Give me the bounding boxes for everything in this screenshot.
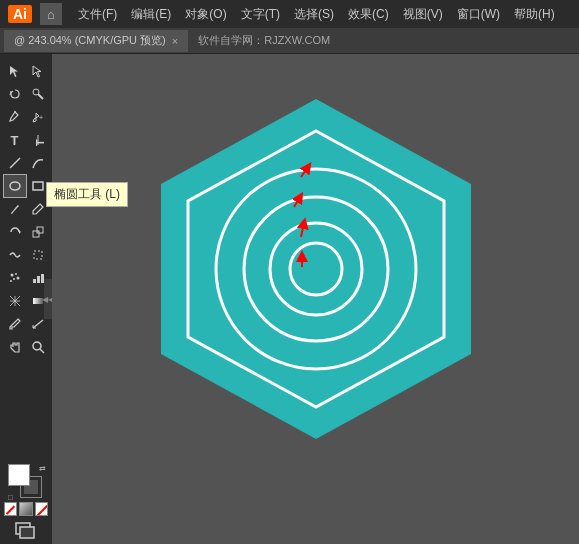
svg-rect-14 (34, 251, 42, 259)
default-colors-icon[interactable]: □ (8, 493, 13, 502)
svg-point-8 (10, 182, 20, 190)
menu-window[interactable]: 窗口(W) (451, 4, 506, 25)
toolbar: ◀◀ + (0, 54, 52, 544)
pencil-tool[interactable] (27, 198, 49, 220)
color-area: ⇄ □ (0, 460, 52, 542)
svg-point-27 (33, 342, 41, 350)
menu-edit[interactable]: 编辑(E) (125, 4, 177, 25)
svg-point-2 (33, 89, 39, 95)
svg-point-15 (10, 274, 13, 277)
gradient-swatch[interactable] (19, 502, 32, 516)
svg-rect-31 (20, 527, 34, 538)
gradient-tool[interactable] (27, 290, 49, 312)
tab-label: @ 243.04% (CMYK/GPU 预览) (14, 33, 166, 48)
stroke-fill-selector[interactable]: ⇄ □ (8, 464, 44, 500)
rectangle-tool[interactable] (27, 175, 49, 197)
pen-tool[interactable] (4, 106, 26, 128)
svg-point-16 (15, 273, 17, 275)
warp-tool[interactable] (4, 244, 26, 266)
svg-line-10 (40, 204, 43, 207)
magic-wand-tool[interactable] (27, 83, 49, 105)
artwork (126, 79, 506, 519)
menu-view[interactable]: 视图(V) (397, 4, 449, 25)
paintbrush-tool[interactable] (4, 198, 26, 220)
active-tab[interactable]: @ 243.04% (CMYK/GPU 预览) × (4, 30, 188, 52)
column-graph-tool[interactable] (27, 267, 49, 289)
none-color-icon[interactable] (4, 502, 17, 516)
svg-rect-21 (37, 276, 40, 283)
type-tool[interactable]: T (4, 129, 26, 151)
eyedropper-tool[interactable] (4, 313, 26, 335)
svg-rect-20 (33, 279, 36, 283)
arc-tool[interactable] (27, 152, 49, 174)
vertical-type-tool[interactable]: T (27, 129, 49, 151)
svg-point-17 (13, 278, 15, 280)
menu-file[interactable]: 文件(F) (72, 4, 123, 25)
tab-bar: @ 243.04% (CMYK/GPU 预览) × 软件自学网：RJZXW.CO… (0, 28, 579, 54)
hand-tool[interactable] (4, 336, 26, 358)
color-mode-icons (4, 502, 48, 516)
svg-line-1 (38, 94, 43, 99)
add-anchor-tool[interactable]: + (27, 106, 49, 128)
direct-selection-tool[interactable] (27, 60, 49, 82)
svg-line-7 (10, 158, 20, 168)
svg-marker-11 (19, 230, 21, 234)
menu-object[interactable]: 对象(O) (179, 4, 232, 25)
swap-colors-icon[interactable]: ⇄ (39, 464, 46, 473)
svg-point-18 (16, 277, 19, 280)
lasso-tool[interactable] (4, 83, 26, 105)
mesh-tool[interactable] (4, 290, 26, 312)
svg-point-19 (10, 280, 12, 282)
menu-bar: 文件(F) 编辑(E) 对象(O) 文字(T) 选择(S) 效果(C) 视图(V… (72, 4, 571, 25)
measure-tool[interactable] (27, 313, 49, 335)
tab-website: 软件自学网：RJZXW.COM (198, 33, 330, 48)
ellipse-tool[interactable] (4, 175, 26, 197)
menu-help[interactable]: 帮助(H) (508, 4, 561, 25)
svg-rect-22 (41, 274, 44, 283)
free-transform-tool[interactable] (27, 244, 49, 266)
artboard-icon[interactable] (4, 520, 48, 540)
svg-line-28 (40, 349, 44, 353)
svg-point-3 (14, 111, 16, 113)
svg-text:+: + (39, 114, 43, 121)
main-layout: ◀◀ + (0, 54, 579, 544)
svg-rect-12 (33, 231, 39, 237)
svg-line-24 (33, 320, 43, 328)
svg-rect-23 (33, 298, 43, 304)
title-bar: Ai ⌂ 文件(F) 编辑(E) 对象(O) 文字(T) 选择(S) 效果(C)… (0, 0, 579, 28)
svg-line-29 (36, 503, 48, 516)
ai-logo: Ai (8, 5, 32, 23)
pattern-swatch[interactable] (35, 502, 48, 516)
line-segment-tool[interactable] (4, 152, 26, 174)
menu-effect[interactable]: 效果(C) (342, 4, 395, 25)
tab-close-button[interactable]: × (172, 35, 178, 47)
svg-text:T: T (34, 139, 45, 146)
svg-rect-13 (37, 227, 43, 233)
menu-select[interactable]: 选择(S) (288, 4, 340, 25)
menu-text[interactable]: 文字(T) (235, 4, 286, 25)
canvas-area (52, 54, 579, 544)
svg-marker-32 (161, 99, 471, 439)
scale-tool[interactable] (27, 221, 49, 243)
zoom-tool[interactable] (27, 336, 49, 358)
svg-rect-9 (33, 182, 43, 190)
symbol-sprayer-tool[interactable] (4, 267, 26, 289)
fill-color[interactable] (8, 464, 30, 486)
rotate-tool[interactable] (4, 221, 26, 243)
home-button[interactable]: ⌂ (40, 3, 62, 25)
selection-tool[interactable] (4, 60, 26, 82)
